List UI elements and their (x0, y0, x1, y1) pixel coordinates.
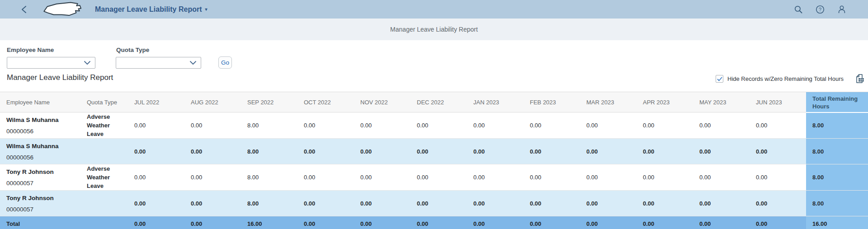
help-icon[interactable]: ? (816, 5, 825, 14)
chevron-down-icon (84, 61, 91, 65)
employee-name-label: Employee Name (7, 47, 54, 53)
month-value-cell: 0.00 (693, 164, 750, 191)
month-value-cell: 0.00 (580, 216, 637, 229)
total-remaining-cell: 8.00 (806, 191, 868, 216)
column-header-month[interactable]: DEC 2022 (410, 92, 467, 112)
month-value-cell: 0.00 (580, 164, 637, 191)
grand-total-label-cell: Total (0, 216, 80, 229)
export-spreadsheet-icon[interactable] (854, 73, 865, 84)
month-value-cell: 0.00 (128, 216, 184, 229)
column-header-month[interactable]: AUG 2022 (184, 92, 241, 112)
month-value-cell: 0.00 (128, 112, 184, 139)
month-value-cell: 0.00 (354, 164, 410, 191)
quota-type-label: Quota Type (116, 47, 149, 53)
total-remaining-cell: 16.00 (806, 216, 868, 229)
month-value-cell: 0.00 (750, 139, 806, 164)
quota-type-cell: Adverse Weather Leave (80, 112, 128, 139)
total-remaining-cell: 8.00 (806, 139, 868, 164)
leave-liability-table: Employee Name Quota Type JUL 2022 AUG 20… (0, 92, 868, 229)
table-row: Tony R Johnson 00000057 Adverse Weather … (0, 164, 868, 191)
quota-type-cell: Adverse Weather Leave (80, 164, 128, 191)
column-header-month[interactable]: JUL 2022 (128, 92, 184, 112)
month-value-cell: 0.00 (580, 139, 637, 164)
month-value-cell: 0.00 (184, 191, 241, 216)
month-value-cell: 8.00 (241, 191, 297, 216)
month-value-cell: 0.00 (184, 139, 241, 164)
employee-cell: Wilma S Muhanna 00000056 (0, 112, 80, 139)
table-row-subtotal: Tony R Johnson 00000057 0.00 0.00 8.00 0… (0, 191, 868, 216)
go-button[interactable]: Go (218, 56, 232, 69)
month-value-cell: 0.00 (354, 216, 410, 229)
column-header-month[interactable]: NOV 2022 (354, 92, 410, 112)
month-value-cell: 8.00 (241, 164, 297, 191)
month-value-cell: 0.00 (524, 191, 580, 216)
month-value-cell: 0.00 (410, 164, 467, 191)
employee-id: 00000057 (6, 206, 77, 213)
north-carolina-logo-icon (42, 0, 83, 19)
month-value-cell: 0.00 (524, 112, 580, 139)
employee-cell: Wilma S Muhanna 00000056 (0, 139, 80, 164)
page-subtitle-bar: Manager Leave Liability Report (0, 19, 868, 40)
employee-name: Tony R Johnson (6, 168, 77, 176)
month-value-cell: 0.00 (354, 139, 410, 164)
column-header-month[interactable]: FEB 2023 (524, 92, 580, 112)
employee-name-value (7, 57, 95, 59)
month-value-cell: 0.00 (128, 164, 184, 191)
hide-zero-checkbox-group[interactable]: Hide Records w/Zero Remaining Total Hour… (716, 75, 844, 83)
column-header-month[interactable]: JAN 2023 (467, 92, 524, 112)
column-header-quota-type[interactable]: Quota Type (80, 92, 128, 112)
chevron-down-icon (189, 61, 197, 65)
month-value-cell: 0.00 (580, 112, 637, 139)
month-value-cell: 0.00 (637, 164, 693, 191)
month-value-cell: 8.00 (241, 112, 297, 139)
month-value-cell: 0.00 (750, 112, 806, 139)
month-value-cell: 0.00 (467, 139, 524, 164)
month-value-cell: 0.00 (184, 112, 241, 139)
month-value-cell: 0.00 (410, 191, 467, 216)
back-chevron-icon (21, 5, 27, 14)
month-value-cell: 0.00 (297, 216, 354, 229)
total-remaining-cell: 8.00 (806, 112, 868, 139)
column-header-month[interactable]: SEP 2022 (241, 92, 297, 112)
page-subtitle: Manager Leave Liability Report (390, 26, 478, 33)
column-header-month[interactable]: JUN 2023 (750, 92, 806, 112)
employee-name-select[interactable] (7, 57, 95, 69)
employee-name: Tony R Johnson (6, 194, 77, 202)
month-value-cell: 0.00 (297, 112, 354, 139)
month-value-cell: 0.00 (580, 191, 637, 216)
month-value-cell: 0.00 (750, 216, 806, 229)
chevron-down-icon: ▾ (205, 7, 208, 12)
month-value-cell: 0.00 (467, 216, 524, 229)
column-header-month[interactable]: APR 2023 (637, 92, 693, 112)
month-value-cell: 0.00 (637, 191, 693, 216)
month-value-cell: 0.00 (693, 139, 750, 164)
month-value-cell: 0.00 (693, 216, 750, 229)
app-title-menu[interactable]: Manager Leave Liability Report ▾ (95, 5, 208, 14)
column-header-total-remaining-hours[interactable]: Total Remaining Hours (806, 92, 868, 112)
month-value-cell: 0.00 (128, 191, 184, 216)
month-value-cell: 0.00 (297, 191, 354, 216)
profile-icon[interactable] (837, 5, 846, 14)
back-button[interactable] (21, 5, 28, 14)
app-title-label: Manager Leave Liability Report (95, 5, 202, 14)
checkmark-icon (717, 76, 722, 82)
quota-type-value (116, 57, 201, 59)
month-value-cell: 0.00 (467, 164, 524, 191)
month-value-cell: 0.00 (693, 112, 750, 139)
column-header-month[interactable]: MAY 2023 (693, 92, 750, 112)
filter-bar: Employee Name Quota Type Go Manager Leav… (0, 40, 868, 92)
month-value-cell: 16.00 (241, 216, 297, 229)
appbar-icon-group: ? (794, 0, 846, 19)
manager-leave-liability-report-page: Manager Leave Liability Report ▾ ? Manag… (0, 0, 868, 229)
hide-zero-checkbox[interactable] (716, 75, 723, 83)
employee-cell: Tony R Johnson 00000057 (0, 191, 80, 216)
search-icon[interactable] (794, 5, 803, 14)
employee-id: 00000056 (6, 154, 77, 161)
month-value-cell: 0.00 (693, 191, 750, 216)
column-header-employee-name[interactable]: Employee Name (0, 92, 80, 112)
column-header-month[interactable]: OCT 2022 (297, 92, 354, 112)
month-value-cell: 8.00 (241, 139, 297, 164)
quota-type-select[interactable] (116, 57, 201, 69)
column-header-month[interactable]: MAR 2023 (580, 92, 637, 112)
month-value-cell: 0.00 (410, 112, 467, 139)
